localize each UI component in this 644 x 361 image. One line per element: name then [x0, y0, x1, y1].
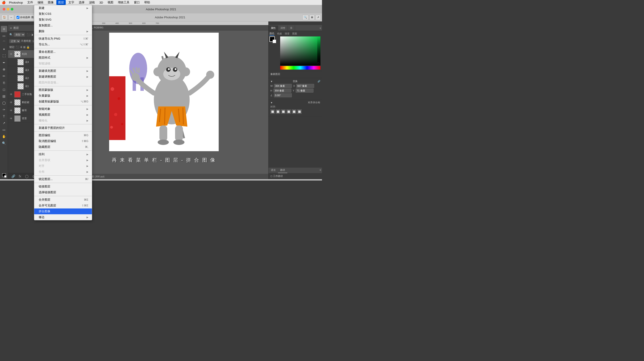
fx-btn[interactable]: fx [18, 174, 22, 178]
paths-menu-icon[interactable]: ≡ [319, 168, 322, 173]
layer-visibility-icon[interactable]: 👁 [10, 92, 13, 96]
hand-tool[interactable]: ✋ [1, 133, 7, 140]
lasso-tool[interactable]: ⌒ [1, 39, 7, 46]
filter-shape-icon[interactable]: ⬡ [36, 33, 39, 36]
tab-paths[interactable]: 路径 [278, 168, 287, 173]
lock-artboard-btn[interactable]: ⊞ [23, 46, 26, 49]
align-center-btn[interactable]: ⬜ [276, 109, 280, 114]
new-layer-btn[interactable]: + [45, 174, 50, 178]
filter-adjust-icon[interactable]: ◑ [31, 33, 33, 36]
y-input[interactable] [296, 88, 314, 92]
layer-visibility-icon[interactable]: 👁 [10, 52, 13, 56]
layer-item[interactable]: 花4 [8, 58, 59, 66]
move-tool-btn[interactable]: ↔ [8, 15, 14, 20]
height-input[interactable] [274, 88, 291, 92]
align-expand-icon[interactable]: ▼ [270, 101, 273, 104]
foreground-color[interactable] [270, 36, 275, 42]
tab-adjustments[interactable]: 调整 [278, 26, 288, 31]
angle-input[interactable] [274, 93, 292, 97]
layer-visibility-icon[interactable] [12, 76, 16, 80]
menubar-image[interactable]: 图像 [46, 0, 56, 5]
workpath-item[interactable]: ◻ 工作路径 [268, 173, 322, 179]
color-spectrum[interactable] [280, 36, 320, 70]
filter-toggle[interactable]: ○ [56, 33, 58, 36]
apple-menu[interactable]: 🍎 [2, 1, 5, 4]
search-btn[interactable]: 🔍 [302, 15, 308, 20]
menubar-plugins[interactable]: 增效工具 [116, 0, 131, 5]
fg-bg-colors[interactable] [1, 172, 7, 178]
menubar-layer[interactable]: 图层 [56, 0, 66, 5]
lock-pos-btn[interactable]: ✛ [20, 46, 22, 49]
clone-tool[interactable]: ⎘ [1, 80, 7, 86]
layer-item[interactable]: 花1 [8, 82, 59, 90]
delete-layer-btn[interactable]: 🗑 [52, 174, 56, 178]
layers-menu-icon[interactable]: ≡ [56, 26, 58, 30]
layer-item[interactable]: 花3 [8, 66, 59, 74]
gradient-tool[interactable]: ▤ [1, 93, 7, 99]
layer-visibility-icon[interactable]: 👁 [10, 117, 13, 120]
layer-item[interactable]: 👁 豹纹裙 [8, 98, 59, 106]
layer-visibility-icon[interactable] [12, 68, 16, 72]
transform-expand-icon[interactable]: ▼ [270, 80, 273, 83]
layer-item[interactable]: 👁 ▶ 杜鹃 [8, 50, 59, 58]
type-tool[interactable]: T [1, 113, 7, 120]
filter-type-icon[interactable]: T [34, 33, 36, 36]
eraser-tool[interactable]: ◻ [1, 86, 7, 92]
shape-tool[interactable]: ▭ [1, 126, 7, 133]
eyedropper-tool[interactable]: ✒ [1, 60, 7, 66]
align-middle-btn[interactable]: ⬜ [292, 109, 296, 114]
gradient-tab[interactable]: 渐变 [285, 32, 290, 35]
align-bottom-btn[interactable]: ⬜ [297, 109, 302, 114]
menubar-3d[interactable]: 3D [98, 0, 105, 5]
layer-item[interactable]: 👁 猴哥 [8, 106, 59, 114]
link-icon[interactable]: 🔗 [318, 80, 320, 82]
layer-visibility-icon[interactable] [12, 60, 16, 64]
menubar-edit[interactable]: 编辑 [36, 0, 45, 5]
zoom-tool[interactable]: 🔍 [1, 140, 7, 146]
menubar-file[interactable]: 文件 [26, 0, 35, 5]
auto-select-check[interactable]: 自动选择: 图层 [15, 15, 38, 20]
x-input[interactable] [296, 84, 314, 88]
dodge-tool[interactable]: ◯ [1, 100, 7, 106]
fullscreen-button[interactable] [11, 8, 14, 10]
selection-tool[interactable]: ▭ [1, 33, 7, 39]
tab-library[interactable]: 库 [288, 26, 295, 31]
brush-tool[interactable]: ✏ [1, 73, 7, 79]
crop-tool[interactable]: ⛶ [1, 53, 7, 59]
arrange-btn[interactable]: ⊞ [310, 15, 314, 20]
filter-type-select[interactable]: 类型 [14, 33, 25, 37]
menubar-filter[interactable]: 滤镜 [87, 0, 96, 5]
align-top-btn[interactable]: ⬜ [286, 109, 291, 114]
menubar-help[interactable]: 帮助 [142, 0, 152, 5]
tab-channels[interactable]: 通道 [268, 168, 278, 173]
layer-item[interactable]: 👁 背景 [8, 114, 59, 122]
share-btn[interactable]: ↗ [316, 15, 321, 20]
close-button[interactable] [3, 8, 5, 10]
add-mask-btn[interactable]: ◯ [24, 174, 29, 178]
swatch-tab[interactable]: 色板 [277, 32, 282, 35]
lock-all-btn[interactable]: 🔒 [26, 46, 30, 49]
align-left-btn[interactable]: ⬜ [270, 109, 275, 114]
layer-visibility-icon[interactable]: 👁 [10, 109, 13, 112]
home-btn[interactable]: 🏠 [1, 15, 8, 20]
align-right-btn[interactable]: ⬜ [281, 109, 286, 114]
link-layers-btn[interactable]: 🔗 [11, 174, 16, 178]
heal-tool[interactable]: ⊕ [1, 66, 7, 72]
layer-item[interactable]: 花2 [8, 74, 59, 82]
layer-visibility-icon[interactable] [12, 84, 16, 88]
close-layers-icon[interactable]: ✕ [10, 26, 12, 30]
menubar-type[interactable]: 文字 [67, 0, 76, 5]
tab-properties[interactable]: 属性 [268, 26, 278, 31]
lock-pixel-btn[interactable]: ⬛ [16, 46, 19, 49]
move-tool[interactable]: ✛ [1, 26, 7, 32]
menubar-select[interactable]: 选择 [77, 0, 86, 5]
layer-item[interactable]: 👁 二手玫瑰 [8, 90, 59, 98]
width-input[interactable] [274, 84, 292, 88]
path-select-tool[interactable]: ↗ [1, 120, 7, 126]
pen-tool[interactable]: ✑ [1, 106, 7, 113]
magic-wand-tool[interactable]: ✦ [1, 46, 7, 52]
menubar-photoshop[interactable]: Photoshop [7, 0, 24, 5]
filter-pixel-icon[interactable]: ⬛ [26, 33, 30, 36]
panel-menu-icon[interactable]: ≡ [319, 26, 322, 31]
canvas-tab[interactable]: 图层编组.psd @ 100% (杜鹃, RGB/8#) [60, 25, 268, 30]
